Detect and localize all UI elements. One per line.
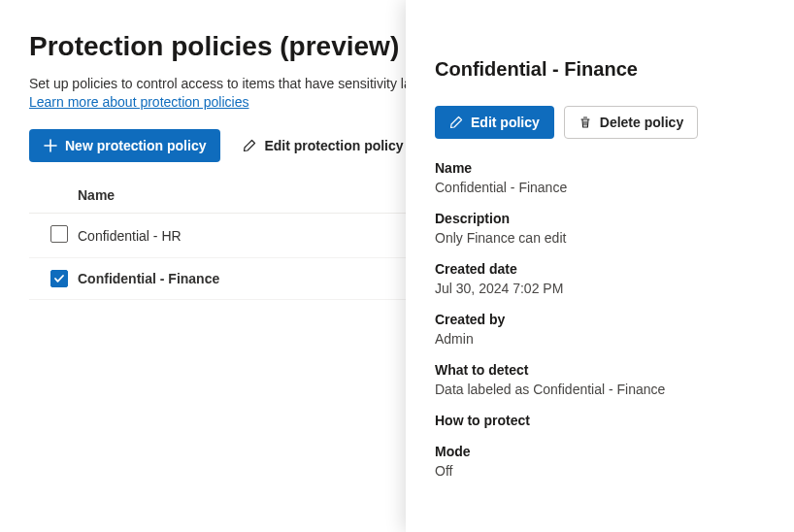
delete-policy-button[interactable]: Delete policy: [564, 106, 698, 139]
flyout-actions: Edit policy Delete policy: [435, 106, 765, 139]
delete-policy-label: Delete policy: [600, 113, 683, 132]
pencil-icon: [449, 116, 463, 129]
learn-more-link[interactable]: Learn more about protection policies: [29, 94, 248, 110]
col-checkbox: [29, 178, 78, 214]
field-created-date: Created date Jul 30, 2024 7:02 PM: [435, 261, 765, 296]
field-label: Description: [435, 211, 765, 226]
field-what-to-detect: What to detect Data labeled as Confident…: [435, 362, 765, 397]
field-description: Description Only Finance can edit: [435, 211, 765, 246]
field-label: What to detect: [435, 362, 765, 378]
pencil-icon: [243, 139, 256, 152]
field-value: Confidential - Finance: [435, 180, 765, 195]
field-created-by: Created by Admin: [435, 312, 765, 347]
field-label: How to protect: [435, 413, 765, 428]
row-checkbox[interactable]: [50, 270, 68, 287]
field-label: Created by: [435, 312, 765, 327]
plus-icon: [44, 139, 57, 152]
field-name: Name Confidential - Finance: [435, 160, 765, 195]
field-label: Created date: [435, 261, 765, 277]
field-label: Name: [435, 160, 765, 176]
check-icon: [53, 273, 65, 284]
edit-policy-toolbar-label: Edit protection policy: [264, 136, 403, 155]
field-label: Mode: [435, 444, 765, 459]
new-policy-button[interactable]: New protection policy: [29, 129, 220, 162]
field-value: Off: [435, 463, 765, 479]
field-value: Data labeled as Confidential - Finance: [435, 382, 765, 397]
new-policy-label: New protection policy: [65, 136, 206, 155]
details-flyout: Confidential - Finance Edit policy Delet…: [406, 0, 794, 532]
field-value: Only Finance can edit: [435, 230, 765, 246]
row-checkbox[interactable]: [50, 225, 68, 243]
field-how-to-protect: How to protect: [435, 413, 765, 428]
edit-policy-label: Edit policy: [471, 113, 540, 132]
flyout-title: Confidential - Finance: [435, 58, 765, 81]
edit-policy-button[interactable]: Edit policy: [435, 106, 554, 139]
trash-icon: [579, 116, 592, 129]
edit-policy-toolbar-button[interactable]: Edit protection policy: [228, 129, 417, 162]
field-mode: Mode Off: [435, 444, 765, 479]
field-value: Admin: [435, 331, 765, 347]
field-value: Jul 30, 2024 7:02 PM: [435, 281, 765, 296]
